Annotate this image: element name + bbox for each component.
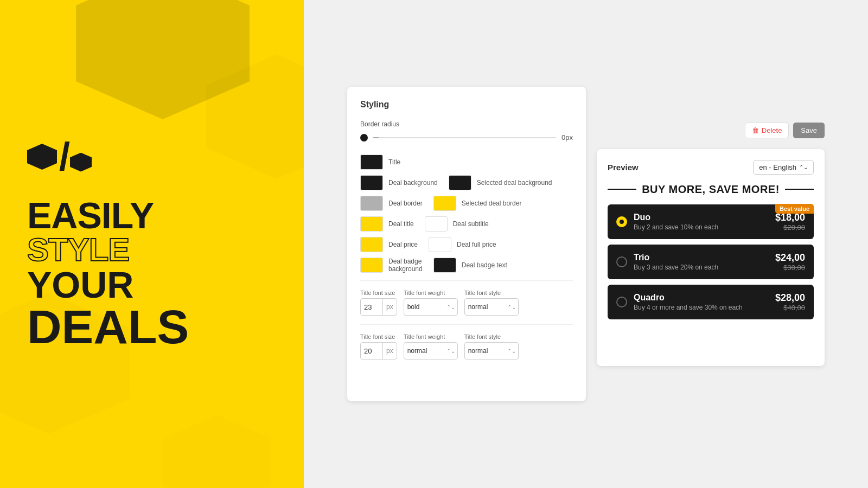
swatch-selected-deal-border[interactable]: [433, 196, 456, 211]
deal-radio-trio[interactable]: [616, 256, 627, 267]
deal-name-trio: Trio: [634, 253, 769, 262]
font-size-input-2[interactable]: [361, 347, 382, 355]
font-style-select-group-2[interactable]: normal italic ⌃⌄: [464, 342, 519, 359]
deal-pricing-trio: $24,00 $30,00: [775, 252, 805, 272]
border-radius-value: 0px: [561, 133, 573, 142]
font-weight-select-group-1[interactable]: bold normal lighter ⌃⌄: [404, 298, 458, 316]
font-size-label-1: Title font size: [360, 290, 397, 296]
deal-desc-trio: Buy 3 and save 20% on each: [634, 264, 769, 271]
language-chevron-icon: ⌃⌄: [799, 164, 808, 170]
logo-area: /: [27, 137, 277, 181]
slider-track[interactable]: [373, 137, 556, 138]
font-weight-control-1: Title font weight bold normal lighter ⌃⌄: [404, 290, 458, 316]
font-style-select-group-1[interactable]: normal italic ⌃⌄: [464, 298, 519, 316]
swatch-deal-badge-bg[interactable]: [360, 258, 383, 273]
deal-pricing-quadro: $28,00 $40,00: [775, 292, 805, 312]
promo-line-deals: DEALS: [27, 303, 277, 351]
label-selected-deal-bg: Selected deal background: [477, 179, 552, 187]
deal-pricing-duo: $18,00 $20,00: [775, 212, 805, 232]
color-row-deal-badge: Deal badgebackground Deal badge text: [360, 258, 573, 273]
font-style-select-1[interactable]: normal italic: [465, 303, 505, 311]
deal-price-quadro: $28,00: [775, 292, 805, 304]
slider-thumb[interactable]: [360, 134, 368, 142]
label-title: Title: [388, 158, 400, 166]
preview-header: Preview en - English ⌃⌄: [608, 160, 814, 175]
swatch-deal-price[interactable]: [360, 237, 383, 252]
hex-icon-2: [70, 153, 92, 172]
deal-item-duo[interactable]: Best value Duo Buy 2 and save 10% on eac…: [608, 204, 814, 239]
deal-price-duo: $18,00: [775, 212, 805, 223]
swatch-title[interactable]: [360, 155, 383, 170]
font-size-unit-1: px: [382, 299, 397, 315]
font-size-input-1[interactable]: [361, 303, 382, 311]
swatch-deal-bg[interactable]: [360, 175, 383, 190]
border-radius-label: Border radius: [360, 120, 573, 128]
styling-title: Styling: [360, 100, 573, 110]
font-controls-row-2: Title font size px Title font weight nor…: [360, 333, 573, 359]
label-deal-full-price: Deal full price: [457, 241, 496, 248]
language-value: en - English: [759, 163, 796, 171]
font-size-input-group-2[interactable]: px: [360, 342, 397, 359]
font-weight-select-1[interactable]: bold normal lighter: [404, 303, 444, 311]
promo-line-style: STYLE: [27, 234, 277, 266]
deal-info-quadro: Quadro Buy 4 or more and save 30% on eac…: [634, 293, 769, 311]
label-deal-bg: Deal background: [388, 179, 438, 187]
font-style-label-2: Title font style: [464, 333, 519, 340]
font-weight-control-2: Title font weight normal bold lighter ⌃⌄: [404, 333, 458, 359]
promo-title: EASILY STYLE YOUR DEALS: [27, 197, 277, 351]
logo-icon: /: [27, 137, 277, 176]
label-deal-title: Deal title: [388, 220, 414, 228]
delete-button[interactable]: 🗑 Delete: [745, 123, 789, 138]
delete-label: Delete: [762, 126, 782, 134]
deal-radio-quadro[interactable]: [616, 297, 627, 307]
right-panel: Styling Border radius 0px Title Deal bac…: [304, 0, 868, 488]
font-size-unit-2: px: [382, 343, 397, 359]
font-style-select-2[interactable]: normal italic: [465, 347, 505, 355]
color-row-title: Title: [360, 155, 573, 170]
language-selector[interactable]: en - English ⌃⌄: [753, 160, 814, 175]
trash-icon: 🗑: [752, 126, 759, 134]
deal-item-quadro[interactable]: Quadro Buy 4 or more and save 30% on eac…: [608, 285, 814, 319]
font-weight-select-2[interactable]: normal bold lighter: [404, 347, 444, 355]
label-deal-border: Deal border: [388, 200, 423, 207]
deal-item-trio[interactable]: Trio Buy 3 and save 20% on each $24,00 $…: [608, 245, 814, 279]
select-arrows-3: ⌃⌄: [444, 348, 457, 354]
swatch-deal-subtitle[interactable]: [425, 216, 448, 232]
deal-original-quadro: $40,00: [775, 304, 805, 312]
top-buttons: 🗑 Delete Save: [745, 123, 825, 138]
deal-radio-duo[interactable]: [616, 216, 627, 227]
label-deal-price: Deal price: [388, 241, 418, 248]
color-swatches-section: Title Deal background Selected deal back…: [360, 155, 573, 273]
promo-heading: BUY MORE, SAVE MORE!: [608, 183, 814, 196]
promo-line-your: YOUR: [27, 266, 277, 303]
font-size-input-group-1[interactable]: px: [360, 298, 397, 316]
deal-name-quadro: Quadro: [634, 293, 769, 303]
font-section-1: Title font size px Title font weight bol…: [360, 280, 573, 316]
deal-info-trio: Trio Buy 3 and save 20% on each: [634, 253, 769, 271]
font-style-control-1: Title font style normal italic ⌃⌄: [464, 290, 519, 316]
swatch-selected-deal-bg[interactable]: [449, 175, 471, 190]
swatch-deal-border[interactable]: [360, 196, 383, 211]
swatch-deal-full-price[interactable]: [429, 237, 451, 252]
save-label: Save: [801, 126, 817, 134]
font-style-label-1: Title font style: [464, 290, 519, 296]
label-deal-subtitle: Deal subtitle: [453, 220, 489, 228]
font-controls-row-1: Title font size px Title font weight bol…: [360, 290, 573, 316]
right-wrapper: 🗑 Delete Save Preview en - English ⌃⌄ BU…: [597, 123, 825, 366]
font-size-control-1: Title font size px: [360, 290, 397, 316]
color-row-deal-border: Deal border Selected deal border: [360, 196, 573, 211]
label-deal-badge-bg: Deal badgebackground: [388, 258, 423, 273]
border-radius-row: 0px: [360, 133, 573, 142]
preview-card: Preview en - English ⌃⌄ BUY MORE, SAVE M…: [597, 149, 825, 366]
swatch-deal-title[interactable]: [360, 216, 383, 232]
color-row-deal-bg: Deal background Selected deal background: [360, 175, 573, 190]
hex-icon-1: [27, 144, 57, 170]
font-weight-select-group-2[interactable]: normal bold lighter ⌃⌄: [404, 342, 458, 359]
deal-list: Best value Duo Buy 2 and save 10% on eac…: [608, 204, 814, 319]
deal-desc-quadro: Buy 4 or more and save 30% on each: [634, 304, 769, 311]
label-deal-badge-text: Deal badge text: [462, 261, 507, 269]
swatch-deal-badge-text[interactable]: [433, 258, 456, 273]
font-weight-label-1: Title font weight: [404, 290, 458, 296]
color-row-deal-price: Deal price Deal full price: [360, 237, 573, 252]
save-button[interactable]: Save: [793, 123, 825, 138]
